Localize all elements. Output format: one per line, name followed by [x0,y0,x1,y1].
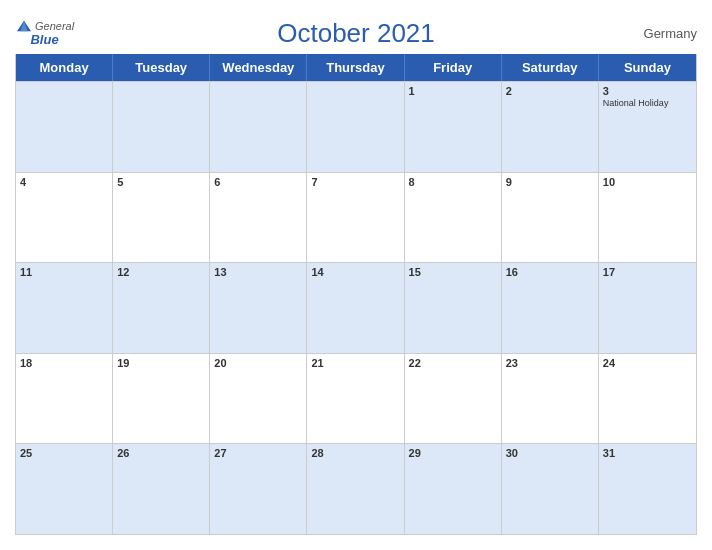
cell-date-number: 9 [506,176,594,188]
calendar-cell: 21 [307,354,404,444]
calendar-cell: 13 [210,263,307,353]
holiday-label: National Holiday [603,98,692,109]
calendar-cell: 6 [210,173,307,263]
cell-date-number: 22 [409,357,497,369]
calendar-cell: 5 [113,173,210,263]
calendar-cell: 17 [599,263,696,353]
cell-date-number: 27 [214,447,302,459]
calendar-cell [307,82,404,172]
calendar-cell: 22 [405,354,502,444]
calendar-cell: 1 [405,82,502,172]
day-header-friday: Friday [405,54,502,81]
calendar-cell: 20 [210,354,307,444]
cell-date-number: 12 [117,266,205,278]
calendar-cell: 19 [113,354,210,444]
country-label: Germany [644,26,697,41]
page-title: October 2021 [277,18,435,49]
calendar-cell: 9 [502,173,599,263]
calendar-cell: 31 [599,444,696,534]
day-headers: MondayTuesdayWednesdayThursdayFridaySatu… [16,54,696,81]
cell-date-number: 2 [506,85,594,97]
cell-date-number: 6 [214,176,302,188]
cell-date-number: 21 [311,357,399,369]
cell-date-number: 4 [20,176,108,188]
calendar-cell: 3National Holiday [599,82,696,172]
calendar-cell: 27 [210,444,307,534]
cell-date-number: 31 [603,447,692,459]
cell-date-number: 1 [409,85,497,97]
week-row: 123National Holiday [16,81,696,172]
cell-date-number: 8 [409,176,497,188]
cell-date-number: 26 [117,447,205,459]
cell-date-number: 20 [214,357,302,369]
calendar-cell: 8 [405,173,502,263]
calendar-cell: 4 [16,173,113,263]
cell-date-number: 14 [311,266,399,278]
calendar-cell: 16 [502,263,599,353]
logo: General Blue [15,19,74,47]
cell-date-number: 29 [409,447,497,459]
cell-date-number: 10 [603,176,692,188]
logo-general-text: General [35,20,74,32]
cell-date-number: 25 [20,447,108,459]
cell-date-number: 3 [603,85,692,97]
cell-date-number: 18 [20,357,108,369]
calendar-header: General Blue October 2021 Germany [15,10,697,54]
calendar-cell: 23 [502,354,599,444]
cell-date-number: 28 [311,447,399,459]
cell-date-number: 11 [20,266,108,278]
day-header-saturday: Saturday [502,54,599,81]
week-row: 11121314151617 [16,262,696,353]
week-row: 45678910 [16,172,696,263]
cell-date-number: 19 [117,357,205,369]
calendar-cell: 30 [502,444,599,534]
calendar-cell: 15 [405,263,502,353]
cell-date-number: 13 [214,266,302,278]
week-row: 25262728293031 [16,443,696,534]
day-header-tuesday: Tuesday [113,54,210,81]
calendar-cell [210,82,307,172]
calendar-cell [16,82,113,172]
calendar-cell: 14 [307,263,404,353]
cell-date-number: 15 [409,266,497,278]
logo-blue-text: Blue [30,33,58,47]
cell-date-number: 23 [506,357,594,369]
day-header-sunday: Sunday [599,54,696,81]
calendar-cell: 7 [307,173,404,263]
weeks: 123National Holiday456789101112131415161… [16,81,696,534]
cell-date-number: 30 [506,447,594,459]
calendar-cell: 12 [113,263,210,353]
cell-date-number: 17 [603,266,692,278]
day-header-monday: Monday [16,54,113,81]
cell-date-number: 5 [117,176,205,188]
calendar-cell: 29 [405,444,502,534]
calendar-cell: 11 [16,263,113,353]
calendar-cell: 26 [113,444,210,534]
cell-date-number: 16 [506,266,594,278]
day-header-thursday: Thursday [307,54,404,81]
calendar-cell [113,82,210,172]
cell-date-number: 24 [603,357,692,369]
calendar-cell: 18 [16,354,113,444]
day-header-wednesday: Wednesday [210,54,307,81]
calendar-cell: 2 [502,82,599,172]
calendar-cell: 25 [16,444,113,534]
calendar-cell: 28 [307,444,404,534]
calendar-cell: 24 [599,354,696,444]
calendar: MondayTuesdayWednesdayThursdayFridaySatu… [15,54,697,535]
cell-date-number: 7 [311,176,399,188]
week-row: 18192021222324 [16,353,696,444]
calendar-cell: 10 [599,173,696,263]
